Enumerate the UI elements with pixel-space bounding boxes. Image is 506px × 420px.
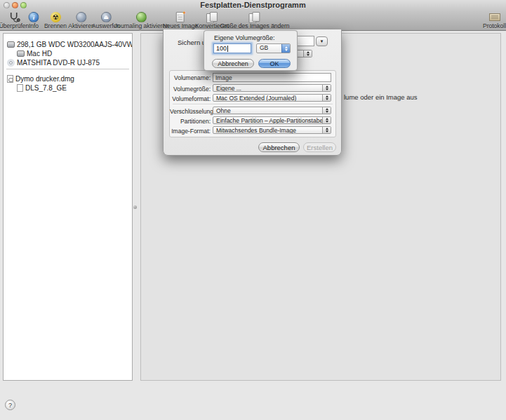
sidebar-item-label: Mac HD bbox=[27, 50, 52, 57]
splitter-handle[interactable] bbox=[133, 205, 137, 209]
volume-size-label: Volumegröße: bbox=[170, 84, 211, 93]
sidebar-item-label: MATSHITA DVD-R UJ-875 bbox=[17, 59, 100, 67]
volume-name-input[interactable]: Image bbox=[213, 73, 331, 82]
title-bar: Festplatten-Dienstprogramm bbox=[0, 0, 506, 11]
log-icon bbox=[489, 11, 500, 23]
encryption-label: Verschlüsselung: bbox=[170, 107, 211, 115]
sidebar-item-label: Dymo drucker.dmg bbox=[15, 75, 74, 83]
volume-format-label: Volumeformat: bbox=[170, 94, 211, 102]
text-caret bbox=[227, 46, 228, 52]
toolbar-label: Größe des Images ändern bbox=[220, 23, 289, 29]
new-image-icon: ✦ bbox=[176, 11, 185, 23]
toolbar-label: Info bbox=[29, 23, 39, 29]
toolbar-label: Überprüfen bbox=[0, 23, 29, 29]
toolbar: Überprüfen i Info ☢ Brennen Aktivieren ⏏… bbox=[0, 11, 506, 31]
optical-drive-icon bbox=[7, 59, 15, 67]
popup-stepper-icon bbox=[322, 127, 331, 133]
chevron-down-icon: ▼ bbox=[320, 39, 324, 43]
info-glyph: i bbox=[29, 12, 39, 22]
popup-ok-button[interactable]: OK bbox=[258, 59, 291, 68]
volume-size-row: Volumegröße: Eigene ... bbox=[170, 84, 335, 93]
toolbar-button-resize-image[interactable]: Größe des Images ändern bbox=[220, 11, 289, 30]
burn-glyph: ☢ bbox=[50, 12, 60, 22]
toolbar-button-journaling[interactable]: Journaling aktivieren bbox=[114, 11, 169, 30]
spark-glyph: ✦ bbox=[182, 10, 187, 16]
toolbar-label: Protokoll bbox=[483, 23, 506, 29]
mount-sphere-icon bbox=[76, 11, 86, 23]
popup-stepper-icon bbox=[303, 50, 312, 57]
popup-stepper-icon bbox=[322, 95, 331, 101]
info-icon: i bbox=[29, 11, 39, 23]
volume-icon bbox=[17, 50, 25, 57]
sidebar-item-dmg[interactable]: Dymo drucker.dmg bbox=[4, 74, 132, 83]
image-options-group: Volumename: Image Volumegröße: Eigene ..… bbox=[169, 70, 336, 137]
eject-icon: ⏏ bbox=[100, 11, 111, 23]
partitions-row: Partitionen: Einfache Partition – Apple-… bbox=[170, 116, 335, 125]
image-format-label: Image-Format: bbox=[170, 126, 211, 135]
sidebar-item-dmg-volume[interactable]: DLS_7.8_GE bbox=[4, 83, 132, 93]
sheet-create-button: Erstellen bbox=[303, 142, 336, 152]
eject-glyph: ⏏ bbox=[100, 12, 111, 22]
toolbar-label: Aktivieren bbox=[68, 23, 94, 29]
image-format-row: Image-Format: Mitwachsendes Bundle-Image bbox=[170, 126, 335, 135]
sidebar-separator bbox=[6, 69, 129, 69]
save-as-field[interactable] bbox=[297, 36, 314, 46]
window-title: Festplatten-Dienstprogramm bbox=[0, 1, 506, 9]
custom-volume-size-dialog: Eigene Volumegröße: 100 GB Abbrechen OK bbox=[204, 30, 298, 71]
toolbar-label: Journaling aktivieren bbox=[114, 23, 169, 29]
volume-format-row: Volumeformat: Mac OS Extended (Journaled… bbox=[170, 94, 335, 102]
stethoscope-icon bbox=[8, 11, 20, 23]
journaling-sphere-icon bbox=[137, 11, 147, 23]
size-value-input[interactable]: 100 bbox=[213, 43, 251, 53]
disk-utility-window: Festplatten-Dienstprogramm Überprüfen i … bbox=[0, 0, 506, 420]
partitions-popup[interactable]: Einfache Partition – Apple-Partitionstab… bbox=[213, 116, 331, 124]
sheet-cancel-button[interactable]: Abbrechen bbox=[258, 142, 300, 152]
hard-disk-icon bbox=[7, 41, 15, 48]
toolbar-label: Brennen bbox=[44, 23, 67, 29]
disk-image-volume-icon bbox=[17, 84, 23, 92]
sidebar-item-disk[interactable]: 298,1 GB WDC WD3200AAJS-40VWA0 Media bbox=[4, 40, 132, 49]
disk-image-icon bbox=[7, 75, 13, 83]
toolbar-button-verify[interactable]: Überprüfen bbox=[0, 11, 29, 30]
disclosure-button[interactable]: ▼ bbox=[316, 36, 328, 46]
toolbar-button-info[interactable]: i Info bbox=[29, 11, 39, 30]
sidebar-item-label: 298,1 GB WDC WD3200AAJS-40VWA0 Media bbox=[17, 41, 132, 48]
encryption-row: Verschlüsselung: Ohne bbox=[170, 107, 335, 115]
popup-stepper-icon bbox=[322, 117, 331, 123]
sidebar-item-mac-hd[interactable]: Mac HD bbox=[4, 49, 132, 58]
convert-icon bbox=[206, 11, 218, 23]
toolbar-button-new-image[interactable]: ✦ Neues Image bbox=[163, 11, 199, 30]
burn-icon: ☢ bbox=[50, 11, 60, 23]
partitions-label: Partitionen: bbox=[170, 116, 211, 125]
sidebar-item-optical-drive[interactable]: MATSHITA DVD-R UJ-875 bbox=[4, 58, 132, 67]
unit-popup[interactable]: GB bbox=[256, 43, 291, 53]
encryption-popup[interactable]: Ohne bbox=[213, 107, 331, 114]
resize-image-icon bbox=[248, 11, 260, 23]
group-separator bbox=[173, 104, 333, 105]
sidebar-item-label: DLS_7.8_GE bbox=[25, 84, 67, 92]
select-volume-message: lume oder ein Image aus bbox=[344, 93, 418, 101]
popup-stepper-icon bbox=[281, 44, 290, 53]
popup-cancel-button[interactable]: Abbrechen bbox=[212, 59, 254, 68]
volume-size-popup[interactable]: Eigene ... bbox=[213, 84, 331, 92]
image-format-popup[interactable]: Mitwachsendes Bundle-Image bbox=[213, 126, 331, 134]
toolbar-label: Neues Image bbox=[163, 23, 199, 29]
volume-format-popup[interactable]: Mac OS Extended (Journaled) bbox=[213, 94, 331, 102]
popup-stepper-icon bbox=[322, 107, 331, 114]
toolbar-button-log[interactable]: Protokoll bbox=[483, 11, 506, 30]
dialog-title: Eigene Volumegröße: bbox=[214, 34, 275, 41]
volume-name-row: Volumename: Image bbox=[170, 73, 335, 81]
toolbar-button-burn[interactable]: ☢ Brennen bbox=[44, 11, 67, 30]
popup-stepper-icon bbox=[322, 85, 331, 91]
toolbar-button-mount[interactable]: Aktivieren bbox=[68, 11, 94, 30]
device-list: 298,1 GB WDC WD3200AAJS-40VWA0 Media Mac… bbox=[3, 33, 133, 381]
volume-name-label: Volumename: bbox=[170, 73, 211, 81]
help-button[interactable]: ? bbox=[5, 400, 15, 410]
